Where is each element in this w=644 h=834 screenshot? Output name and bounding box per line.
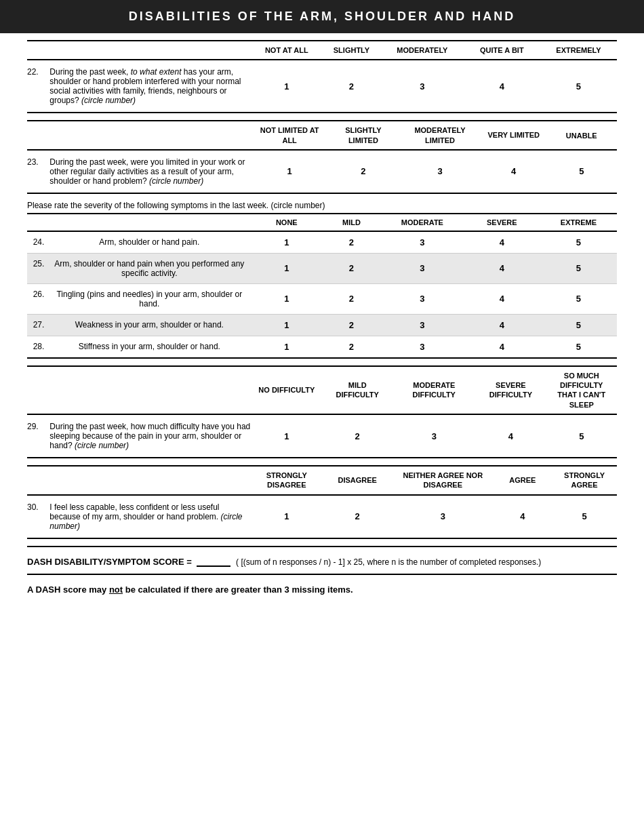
scale-header-30: STRONGLY DISAGREE DISAGREE NEITHER AGREE… [27,466,617,495]
header-severe: SEVERE [464,214,540,231]
scale-header-24-28: NONE MILD MODERATE SEVERE EXTREME [27,214,617,231]
score-label: DASH DISABILITY/SYMPTOM SCORE = [27,557,192,567]
q30-val2: 2 [322,495,393,538]
q28-val1: 1 [251,336,322,358]
q28-val2: 2 [322,336,381,358]
question-22-row: 22. During the past week, to what extent… [27,60,617,113]
q28-val3: 3 [381,336,464,358]
section-24-28: NONE MILD MODERATE SEVERE EXTREME 24.Arm… [27,213,617,359]
q26-val2: 2 [322,283,381,314]
q27-val1: 1 [251,314,322,336]
header-moderate: MODERATE [381,214,464,231]
q30-text: I feel less capable, less confident or l… [49,502,251,531]
q28-val4: 4 [464,336,540,358]
question-row-27: 27.Weakness in your arm, shoulder or han… [27,314,617,336]
q27-val4: 4 [464,314,540,336]
header-none: NONE [251,214,322,231]
q-text-26: Tingling (pins and needles) in your arm,… [49,290,250,309]
question-29-row: 29. During the past week, how much diffi… [27,414,617,458]
q23-number: 23. [27,157,47,167]
q25-val5: 5 [540,253,617,283]
section-29: NO DIFFICULTY MILD DIFFICULTY MODERATE D… [27,365,617,458]
section-30: STRONGLY DISAGREE DISAGREE NEITHER AGREE… [27,465,617,539]
note-underline: not [109,584,123,595]
question-row-25: 25.Arm, shoulder or hand pain when you p… [27,253,617,283]
q22-number: 22. [27,67,47,77]
question-23-row: 23. During the past week, were you limit… [27,150,617,193]
header-not-limited: NOT LIMITED AT ALL [251,121,328,150]
q25-val4: 4 [464,253,540,283]
question-30-row: 30. I feel less capable, less confident … [27,495,617,538]
q23-val3: 3 [399,150,481,193]
header-strongly-agree: STRONGLY AGREE [552,466,617,495]
q29-val1: 1 [251,414,322,458]
q-number-28: 28. [28,342,49,351]
q25-val2: 2 [322,253,381,283]
q30-number: 30. [27,502,47,512]
q26-val5: 5 [540,283,617,314]
header-severe-difficulty: SEVERE DIFFICULTY [475,366,546,414]
score-blank [197,555,230,567]
q-text-28: Stiffness in your arm, shoulder or hand. [49,342,250,351]
scale-header-22: NOT AT ALL SLIGHTLY MODERATELY QUITE A B… [27,41,617,60]
q24-val2: 2 [322,231,381,254]
q29-number: 29. [27,422,47,431]
q27-val2: 2 [322,314,381,336]
q23-text: During the past week, were you limited i… [49,157,251,186]
header-no-difficulty: NO DIFFICULTY [251,366,322,414]
question-row-28: 28.Stiffness in your arm, shoulder or ha… [27,336,617,358]
section-22: NOT AT ALL SLIGHTLY MODERATELY QUITE A B… [27,40,617,113]
q-text-27: Weakness in your arm, shoulder or hand. [49,320,250,330]
q25-val1: 1 [251,253,322,283]
scale-header-23: NOT LIMITED AT ALL SLIGHTLY LIMITED MODE… [27,121,617,150]
q25-val3: 3 [381,253,464,283]
q27-val5: 5 [540,314,617,336]
header-moderately: MODERATELY [381,41,464,60]
header-quite-a-bit: QUITE A BIT [464,41,540,60]
scale-header-29: NO DIFFICULTY MILD DIFFICULTY MODERATE D… [27,366,617,414]
header-extremely: EXTREMELY [540,41,617,60]
q-number-25: 25. [28,259,49,269]
header-not-at-all: NOT AT ALL [251,41,322,60]
q-text-25: Arm, shoulder or hand pain when you perf… [49,259,250,278]
header-extreme: EXTREME [540,214,617,231]
header-unable: UNABLE [546,121,617,150]
q24-val4: 4 [464,231,540,254]
header-mild-difficulty: MILD DIFFICULTY [322,366,393,414]
section-23: NOT LIMITED AT ALL SLIGHTLY LIMITED MODE… [27,120,617,194]
q23-val2: 2 [328,150,399,193]
q29-val3: 3 [393,414,475,458]
q29-val5: 5 [546,414,617,458]
page-header: Disabilities of the Arm, Shoulder and Ha… [0,0,644,33]
header-agree: AGREE [493,466,552,495]
score-formula: ( [(sum of n responses / n) - 1] x 25, w… [236,557,541,567]
header-mild: MILD [322,214,381,231]
header-slightly-limited: SLIGHTLY LIMITED [328,121,399,150]
q26-val1: 1 [251,283,322,314]
q24-val5: 5 [540,231,617,254]
q22-val2: 2 [322,60,381,113]
q27-val3: 3 [381,314,464,336]
score-line: DASH DISABILITY/SYMPTOM SCORE = ( [(sum … [27,555,617,567]
q22-val4: 4 [464,60,540,113]
q29-text: During the past week, how much difficult… [49,422,251,450]
q22-val5: 5 [540,60,617,113]
q29-val2: 2 [322,414,393,458]
q23-val4: 4 [481,150,546,193]
q-number-27: 27. [28,320,49,330]
score-section: DASH DISABILITY/SYMPTOM SCORE = ( [(sum … [27,546,617,575]
q24-val1: 1 [251,231,322,254]
q26-val3: 3 [381,283,464,314]
q-text-24: Arm, shoulder or hand pain. [49,237,250,247]
question-row-24: 24.Arm, shoulder or hand pain.12345 [27,231,617,254]
q30-val3: 3 [393,495,493,538]
header-so-much-difficulty: SO MUCH DIFFICULTY THAT I CAN'T SLEEP [546,366,617,414]
q-number-24: 24. [28,237,49,247]
header-moderate-difficulty: MODERATE DIFFICULTY [393,366,475,414]
question-row-26: 26.Tingling (pins and needles) in your a… [27,283,617,314]
q26-val4: 4 [464,283,540,314]
header-very-limited: VERY LIMITED [481,121,546,150]
q22-text: During the past week, to what extent has… [49,67,251,105]
header-slightly: SLIGHTLY [322,41,381,60]
header-disagree: DISAGREE [322,466,393,495]
